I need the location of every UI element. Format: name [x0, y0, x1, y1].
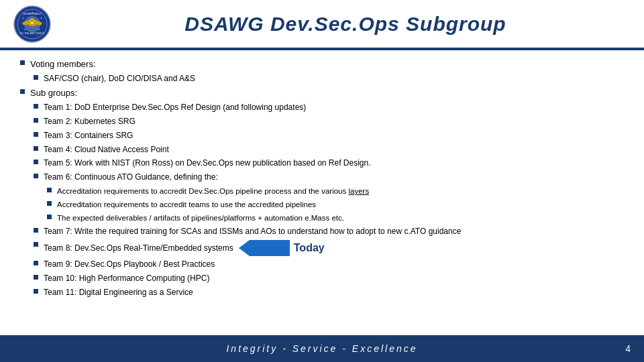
subgroups-label: Sub groups:	[30, 87, 77, 99]
bullet-icon	[34, 132, 38, 137]
team5-text: Team 5: Work with NIST (Ron Ross) on Dev…	[44, 158, 371, 169]
svg-text:★: ★	[40, 17, 42, 19]
bullet-icon	[34, 174, 38, 178]
team10-text: Team 10: High Performance Computing (HPC…	[44, 273, 209, 284]
team2-text: Team 2: Kubernetes SRG	[44, 116, 136, 127]
arrow-left-icon	[239, 240, 250, 256]
team7-text: Team 7: Write the required training for …	[44, 226, 461, 237]
list-item-team1: Team 1: DoD Enterprise Dev.Sec.Ops Ref D…	[34, 102, 624, 113]
logo-area: DEPARTMENT OF THE AIR FORCE ★ ★ ★ ★ ★	[13, 5, 60, 43]
bullet-icon	[34, 275, 38, 280]
bullet-icon	[20, 89, 25, 94]
top-level-list: Voting members: SAF/CSO (chair), DoD CIO…	[20, 58, 624, 298]
today-label: Today	[294, 241, 325, 255]
main-content: Voting members: SAF/CSO (chair), DoD CIO…	[0, 50, 644, 335]
list-item-team5: Team 5: Work with NIST (Ron Ross) on Dev…	[34, 158, 624, 169]
bullet-icon	[34, 228, 38, 233]
list-item-team10: Team 10: High Performance Computing (HPC…	[34, 273, 624, 284]
bullet-icon	[34, 104, 38, 109]
list-item-team2: Team 2: Kubernetes SRG	[34, 116, 624, 127]
voting-sub-text: SAF/CSO (chair), DoD CIO/DISA and A&S	[44, 73, 195, 84]
list-item-team6-sub3: The expected deliverables / artifacts of…	[47, 213, 624, 223]
svg-text:★: ★	[32, 11, 34, 14]
team8-text: Team 8: Dev.Sec.Ops Real-Time/Embedded s…	[44, 243, 233, 254]
list-item-voting: Voting members:	[20, 58, 624, 70]
team8-row: Team 8: Dev.Sec.Ops Real-Time/Embedded s…	[44, 240, 325, 256]
today-arrow	[239, 240, 290, 256]
list-item-team6-sub2: Accreditation requirements to accredit t…	[47, 199, 624, 210]
svg-text:★: ★	[24, 28, 26, 31]
team4-text: Team 4: Cloud Native Access Point	[44, 144, 169, 156]
team11-text: Team 11: Digital Engineering as a Servic…	[44, 287, 193, 298]
list-item-team6-sub1: Accreditation requirements to accredit D…	[47, 186, 624, 196]
team6-sub3-text: The expected deliverables / artifacts of…	[57, 213, 344, 223]
af-seal-icon: DEPARTMENT OF THE AIR FORCE ★ ★ ★ ★ ★	[13, 5, 51, 43]
bullet-icon	[34, 242, 38, 247]
list-item-subgroups: Sub groups:	[20, 87, 624, 99]
bullet-icon	[34, 75, 38, 80]
bullet-icon	[34, 118, 38, 123]
bullet-icon	[34, 146, 38, 151]
footer-tagline: Integrity - Service - Excellence	[27, 343, 617, 354]
svg-text:OF THE AIR FORCE: OF THE AIR FORCE	[19, 32, 45, 35]
list-item-voting-sub: SAF/CSO (chair), DoD CIO/DISA and A&S	[34, 73, 624, 84]
bullet-icon	[47, 201, 52, 206]
team1-text: Team 1: DoD Enterprise Dev.Sec.Ops Ref D…	[44, 102, 306, 113]
list-item-team11: Team 11: Digital Engineering as a Servic…	[34, 287, 624, 298]
list-item-team4: Team 4: Cloud Native Access Point	[34, 144, 624, 156]
list-item-team6: Team 6: Continuous ATO Guidance, definin…	[34, 172, 624, 183]
bullet-icon	[47, 188, 52, 192]
bullet-icon	[34, 261, 38, 265]
footer: Integrity - Service - Excellence 4	[0, 335, 644, 362]
arrow-body	[250, 240, 290, 256]
voting-label: Voting members:	[30, 58, 96, 70]
page-title: DSAWG Dev.Sec.Ops Subgroup	[60, 13, 631, 36]
bullet-icon	[34, 160, 38, 164]
list-item-team8: Team 8: Dev.Sec.Ops Real-Time/Embedded s…	[34, 240, 624, 256]
team3-text: Team 3: Containers SRG	[44, 130, 133, 141]
list-item-team9: Team 9: Dev.Sec.Ops Playbook / Best Prac…	[34, 259, 624, 270]
svg-text:★: ★	[22, 17, 24, 19]
team6-text: Team 6: Continuous ATO Guidance, definin…	[44, 172, 218, 183]
team9-text: Team 9: Dev.Sec.Ops Playbook / Best Prac…	[44, 259, 215, 270]
svg-text:★: ★	[38, 28, 40, 31]
list-item-team3: Team 3: Containers SRG	[34, 130, 624, 141]
team6-sub1-text: Accreditation requirements to accredit D…	[57, 186, 369, 196]
team6-sub2-text: Accreditation requirements to accredit t…	[57, 199, 316, 210]
header: DEPARTMENT OF THE AIR FORCE ★ ★ ★ ★ ★ DS…	[0, 0, 644, 50]
bullet-icon	[34, 289, 38, 294]
layers-underline: layers	[348, 187, 369, 195]
bullet-icon	[47, 215, 52, 219]
list-item-team7: Team 7: Write the required training for …	[34, 226, 624, 237]
bullet-icon	[20, 60, 25, 65]
page-number: 4	[617, 343, 631, 354]
